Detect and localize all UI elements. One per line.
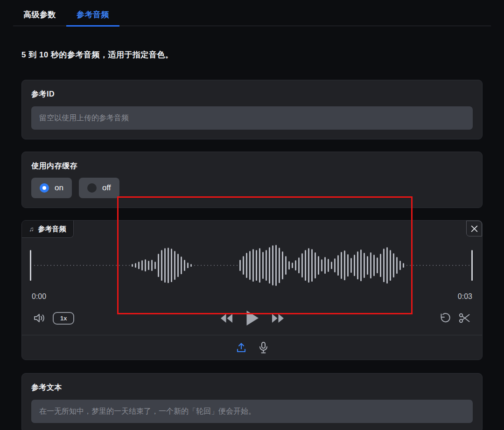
- off-radio-label: off: [102, 183, 111, 193]
- reference-id-label: 参考ID: [31, 90, 473, 99]
- tab-bar: 高级参数 参考音频: [13, 0, 491, 26]
- upload-icon: [236, 342, 247, 354]
- waveform[interactable]: [33, 239, 470, 291]
- player-title-label: 参考音频: [38, 225, 66, 234]
- upload-audio-button[interactable]: [236, 342, 247, 354]
- record-audio-button[interactable]: [258, 341, 269, 354]
- playback-speed-button[interactable]: 1x: [53, 312, 74, 325]
- current-time-label: 0:00: [32, 292, 46, 301]
- trim-button[interactable]: [458, 312, 471, 324]
- player-title-badge: ♫ 参考音频: [22, 221, 74, 238]
- off-radio-button[interactable]: off: [79, 178, 119, 198]
- waveform-end-marker[interactable]: [471, 250, 473, 281]
- on-radio-label: on: [55, 183, 63, 193]
- reference-text-label: 参考文本: [31, 383, 473, 393]
- fast-forward-button[interactable]: [271, 313, 285, 324]
- reference-id-input[interactable]: [31, 106, 473, 130]
- memory-cache-card: 使用内存缓存 on off: [21, 152, 483, 208]
- radio-off-icon: [87, 183, 97, 193]
- rewind-icon: [220, 313, 233, 324]
- microphone-icon: [258, 341, 269, 354]
- close-player-button[interactable]: [466, 221, 482, 236]
- reference-text-input[interactable]: [31, 400, 473, 423]
- fast-forward-icon: [271, 313, 285, 324]
- tab-advanced-params[interactable]: 高级参数: [13, 7, 66, 27]
- close-icon: [470, 225, 478, 233]
- radio-on-icon: [40, 183, 49, 193]
- reference-id-card: 参考ID: [21, 80, 483, 139]
- play-button[interactable]: [245, 310, 259, 326]
- reference-text-card: 参考文本: [21, 373, 483, 430]
- music-note-icon: ♫: [29, 225, 34, 233]
- volume-button[interactable]: [33, 312, 46, 324]
- total-time-label: 0:03: [458, 292, 472, 301]
- player-controls: 1x: [22, 310, 482, 326]
- upload-row: [22, 335, 482, 360]
- memory-cache-options: on off: [31, 178, 473, 198]
- reference-audio-description: 5 到 10 秒的参考音频，适用于指定音色。: [21, 49, 483, 60]
- volume-icon: [33, 312, 46, 324]
- reset-button[interactable]: [439, 312, 451, 324]
- on-radio-button[interactable]: on: [31, 178, 72, 198]
- scissors-icon: [458, 312, 471, 324]
- waveform-area[interactable]: [22, 239, 482, 291]
- rewind-button[interactable]: [220, 313, 233, 324]
- time-row: 0:00 0:03: [22, 291, 482, 301]
- reset-icon: [439, 312, 451, 324]
- tab-reference-audio[interactable]: 参考音频: [66, 7, 119, 27]
- play-icon: [245, 310, 259, 326]
- waveform-start-marker[interactable]: [30, 250, 31, 281]
- reference-audio-player-card: ♫ 参考音频 0:00 0:03 1x: [21, 220, 483, 360]
- memory-cache-label: 使用内存缓存: [31, 161, 473, 171]
